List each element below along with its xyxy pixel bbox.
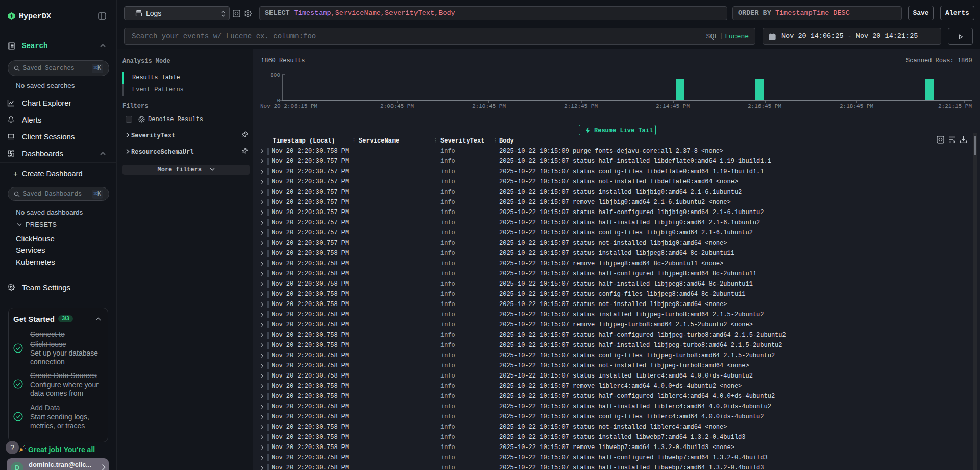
- svg-text:800: 800: [270, 72, 280, 78]
